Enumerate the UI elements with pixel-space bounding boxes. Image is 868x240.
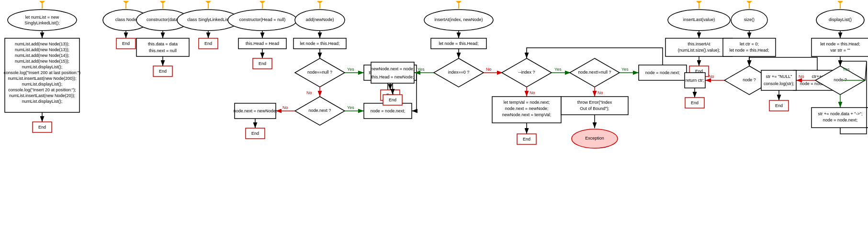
size-init-1: let ctr = 0; [740, 42, 759, 46]
throw-error-1: throw Error("Index [577, 100, 612, 105]
add-end2-text: End [251, 131, 259, 136]
display-null-2: console.log(str); [764, 81, 794, 86]
add-no2-label: No [282, 105, 288, 110]
node-insertlast-text: insertLast(value) [683, 17, 715, 22]
main-code-2: numList.add(new Node(13)); [15, 47, 69, 52]
main-code-1: numList.add(new Node(13)); [15, 42, 69, 46]
diagram-container: let numList = new SinglyLinkedList(); nu… [0, 0, 868, 240]
main-code-3: numList.add(new Node(14)); [15, 53, 69, 58]
main-code-7: numList.insertLast(new Node(200)); [8, 76, 76, 81]
node-insertat-yes-body [371, 62, 414, 83]
node-displaylist-init [812, 38, 868, 56]
node-displaylist-text: displayList() [829, 17, 852, 22]
main-code-9: console.log("Insert 20 at position:"); [8, 87, 76, 92]
node-display-null [761, 70, 796, 90]
display-loop-1: str += node.data + "->"; [818, 111, 863, 116]
insertat-insert-2: node.next = newNode; [505, 106, 548, 111]
add-diamond2-text: node.next ? [308, 108, 331, 113]
constructor-body-1: this.data = data [148, 42, 178, 46]
insertat-no3-label: No [597, 90, 603, 95]
main-code-11: numList.displayList(); [22, 99, 63, 104]
display-yes-label: Yes [843, 67, 850, 72]
exception-text: Exception [585, 136, 604, 141]
insertat-end2-text: End [389, 98, 396, 102]
node-size-init [723, 38, 776, 56]
node-main-start-text2: SinglyLinkedList(); [24, 21, 60, 25]
insertat-yes-2: this.Head = newNode; [372, 75, 414, 79]
node-constructor-body [136, 38, 189, 56]
insertat-diamond1-text: index==0 ? [448, 70, 470, 75]
insertlast-body-1: this.insertAt [688, 42, 710, 46]
main-code-10: numList.insertLast(new Node(20)); [9, 93, 75, 98]
node-add-text: add(newNode) [305, 17, 334, 22]
insertat-end1-text: End [523, 137, 530, 142]
start-indicator-5 [259, 1, 265, 4]
this-head-text: this.Head = Head [246, 41, 279, 46]
start-indicator-10 [837, 1, 843, 4]
classnode-end-text: End [122, 41, 130, 46]
insertat-yes-label: Yes [417, 67, 425, 72]
start-indicator-9 [746, 1, 752, 4]
insertat-diamond3-text: node.next!=null ? [578, 70, 611, 75]
add-diamond1-text: node==null ? [307, 70, 332, 75]
add-yes2-label: Yes [347, 105, 354, 110]
insertat-yes-1: newNode.next = node; [371, 66, 414, 71]
displaylist-init-1: let node = this.Head; [821, 42, 860, 46]
insertat-insert-1: let tempVal = node.next; [504, 100, 550, 105]
insertat-loop-text: node = node.next; [645, 70, 680, 75]
main-code-6: console.log("Insert 200 at last position… [4, 70, 80, 75]
node-constructor-data-text: constructor(data) [147, 17, 179, 22]
node-main-start-text1: let numList = new [25, 15, 59, 20]
add-loop-text: node = node.next; [371, 109, 405, 113]
node-constructor-head-text: constructor(Head = null) [239, 17, 285, 22]
node-size-text: size() [744, 17, 755, 22]
constructor-end-text: End [159, 69, 167, 74]
start-indicator-7 [456, 1, 462, 4]
node-insertlast-body [665, 38, 733, 56]
node-throw-error [561, 97, 628, 115]
main-code-4: numList.add(new Node(15)); [15, 59, 69, 64]
start-indicator-1 [39, 1, 45, 4]
main-code-5: numList.displayList(); [22, 65, 63, 69]
start-indicator-4 [205, 1, 211, 4]
start-indicator-2 [123, 1, 129, 4]
size-end-text: End [691, 100, 699, 105]
sll-end-text: End [204, 41, 212, 46]
add-yes-label: Yes [347, 67, 354, 72]
start-indicator-3 [160, 1, 166, 4]
node-class-sll-text: class SinglyLinkedList [187, 17, 230, 22]
display-null-1: str += "NULL" [766, 74, 792, 79]
size-init-2: let node = this.Head; [730, 48, 769, 53]
main-code-8: numList.displayList(); [22, 82, 63, 87]
insertat-diamond2-text: --index ? [518, 70, 535, 75]
size-diamond-text: node ? [743, 77, 756, 82]
add-init-text: let node = this.Head; [300, 41, 340, 46]
constructor-body-2: this.next = null [149, 48, 177, 53]
display-end-text: End [775, 103, 783, 108]
return-ctr-text: return ctr; [686, 78, 704, 83]
node-main-start [8, 10, 77, 31]
flowchart-svg: let numList = new SinglyLinkedList(); nu… [0, 0, 868, 240]
display-loop-2: node = node.next; [823, 118, 857, 122]
node-insertat-text: insertAt(index, newNode) [434, 17, 483, 22]
insertat-no2-label: No [530, 90, 535, 95]
add-assign-text: node.next = newNode; [234, 109, 277, 113]
insertat-init-text: let node = this.Head; [439, 41, 479, 46]
displaylist-init-2: var str = "" [830, 48, 850, 53]
add-no-label: No [306, 90, 312, 95]
throw-error-2: Out of Bound"); [580, 106, 609, 111]
insertat-insert-3: newNode.next = tempVal; [502, 112, 552, 117]
insertat-yes3-label: Yes [621, 67, 629, 72]
insertat-no-label: No [486, 67, 492, 72]
node-class-node-text: class Node [115, 17, 137, 22]
size-no-label: No [709, 74, 714, 79]
display-no-label: No [799, 74, 804, 79]
insertlast-body-2: (numList.size().value); [678, 48, 721, 53]
insertat-yes2-label: Yes [554, 67, 562, 72]
head-end-text: End [259, 61, 266, 66]
start-indicator-8 [696, 1, 702, 4]
main-end-text: End [38, 125, 46, 130]
start-indicator-6 [317, 1, 323, 4]
